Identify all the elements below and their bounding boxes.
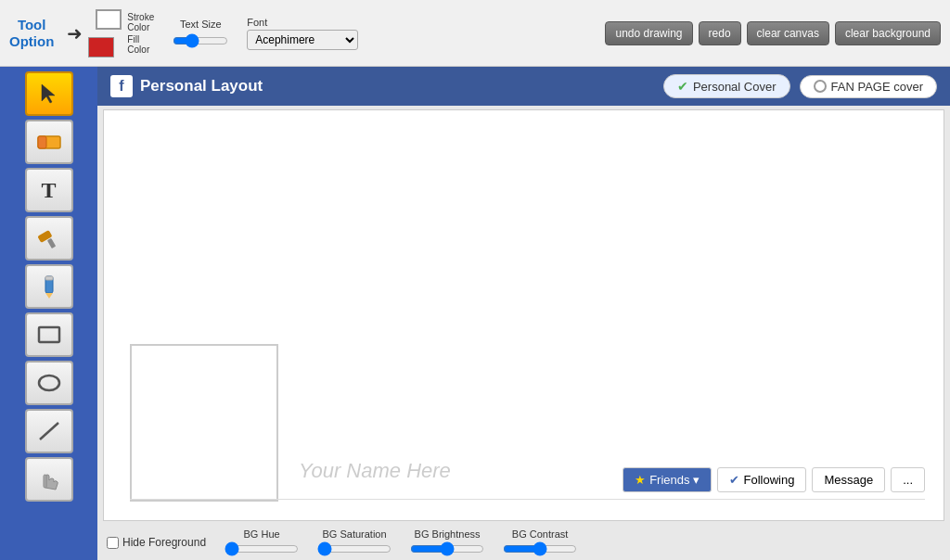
arrow-icon: ➜ — [67, 22, 83, 45]
hide-foreground-toggle[interactable]: Hide Foreground — [107, 536, 206, 549]
font-select[interactable]: Acephimere Arial Times New Roman Verdana — [247, 30, 358, 50]
check-icon: ✔ — [677, 79, 688, 94]
pencil-tool-button[interactable] — [25, 264, 73, 309]
eraser-tool-button[interactable] — [25, 120, 73, 164]
stroke-label: Stroke Color — [127, 12, 154, 32]
svg-marker-6 — [45, 293, 53, 299]
fb-layout: f Personal Layout ✔ Personal Cover FAN P… — [97, 67, 950, 560]
stroke-fill-area: Stroke Color Fill Color — [96, 9, 154, 57]
svg-rect-8 — [39, 327, 59, 342]
svg-rect-2 — [38, 136, 46, 148]
redo-button[interactable]: redo — [699, 21, 741, 45]
action-buttons-row: ★ Friends ▾ ✔ Following Message ... — [623, 467, 925, 492]
following-label: Following — [743, 473, 794, 487]
stroke-color-box[interactable] — [96, 9, 122, 30]
friends-dropdown-icon: ▾ — [693, 473, 700, 487]
following-button[interactable]: ✔ Following — [717, 467, 806, 492]
text-size-area: Text Size — [173, 19, 228, 48]
divider-line — [130, 499, 925, 500]
svg-marker-0 — [42, 84, 55, 103]
text-size-slider[interactable] — [173, 33, 228, 48]
name-placeholder: Your Name Here — [299, 459, 451, 483]
bg-contrast-slider[interactable] — [503, 541, 577, 556]
select-tool-button[interactable] — [25, 71, 73, 116]
message-button[interactable]: Message — [812, 467, 885, 492]
tool-option-label: Tool Option — [9, 17, 54, 50]
tab-fanpage-label: FAN PAGE cover — [831, 80, 923, 94]
content-area: f Personal Layout ✔ Personal Cover FAN P… — [97, 67, 950, 560]
tab-personal-label: Personal Cover — [693, 80, 777, 94]
clear-background-button[interactable]: clear background — [835, 21, 941, 45]
bg-controls: Hide Foreground BG Hue BG Saturation BG … — [97, 525, 950, 560]
tab-personal-cover[interactable]: ✔ Personal Cover — [663, 74, 790, 98]
fb-layout-title: Personal Layout — [140, 77, 656, 95]
fill-label: Fill Color — [127, 34, 154, 55]
friends-label: Friends — [649, 473, 689, 487]
fb-tabs: ✔ Personal Cover FAN PAGE cover — [663, 74, 937, 98]
svg-rect-11 — [44, 475, 46, 488]
hand-tool-button[interactable] — [25, 457, 73, 502]
line-tool-button[interactable] — [25, 409, 73, 453]
hide-fg-label: Hide Foreground — [122, 536, 206, 549]
bg-contrast-label: BG Contrast — [512, 528, 569, 540]
stroke-fill-labels: Stroke Color Fill Color — [127, 12, 154, 55]
bg-brightness-slider[interactable] — [410, 541, 484, 556]
svg-rect-7 — [45, 276, 53, 280]
hammer-tool-button[interactable] — [25, 216, 73, 261]
tab-fanpage-cover[interactable]: FAN PAGE cover — [800, 75, 937, 98]
main-layout: T — [0, 67, 950, 560]
bg-contrast-control: BG Contrast — [503, 528, 577, 556]
sidebar: T — [0, 67, 97, 560]
fill-color-box[interactable] — [88, 37, 114, 57]
toolbar-right-buttons: undo drawing redo clear canvas clear bac… — [605, 21, 941, 45]
bg-saturation-slider[interactable] — [317, 541, 392, 556]
toolbar: Tool Option ➜ Stroke Color Fill Color Te… — [0, 0, 950, 67]
facebook-icon: f — [110, 75, 133, 97]
profile-photo-placeholder — [130, 344, 278, 502]
message-label: Message — [824, 473, 873, 487]
star-icon: ★ — [635, 473, 646, 487]
undo-drawing-button[interactable]: undo drawing — [605, 21, 692, 45]
text-tool-button[interactable]: T — [25, 168, 73, 212]
radio-icon — [814, 80, 827, 93]
fb-header: f Personal Layout ✔ Personal Cover FAN P… — [97, 67, 950, 106]
friends-button[interactable]: ★ Friends ▾ — [623, 467, 712, 492]
svg-point-9 — [39, 375, 59, 390]
rectangle-tool-button[interactable] — [25, 312, 73, 357]
bg-hue-control: BG Hue — [225, 528, 299, 556]
svg-line-10 — [40, 423, 58, 439]
checkmark-icon: ✔ — [729, 473, 739, 487]
bg-hue-label: BG Hue — [243, 528, 279, 540]
hide-fg-checkbox[interactable] — [107, 537, 119, 549]
bg-hue-slider[interactable] — [225, 541, 299, 556]
bg-saturation-label: BG Saturation — [323, 528, 387, 540]
bg-saturation-control: BG Saturation — [317, 528, 392, 556]
bg-brightness-control: BG Brightness — [410, 528, 484, 556]
font-area: Font Acephimere Arial Times New Roman Ve… — [247, 17, 358, 50]
clear-canvas-button[interactable]: clear canvas — [747, 21, 829, 45]
svg-rect-3 — [46, 238, 55, 248]
ellipse-tool-button[interactable] — [25, 361, 73, 405]
more-label: ... — [903, 473, 913, 487]
bg-brightness-label: BG Brightness — [415, 528, 481, 540]
more-button[interactable]: ... — [891, 467, 925, 492]
font-label: Font — [247, 17, 358, 28]
text-size-label: Text Size — [180, 19, 222, 30]
canvas-area[interactable]: Your Name Here ★ Friends ▾ ✔ Following M… — [103, 109, 944, 521]
